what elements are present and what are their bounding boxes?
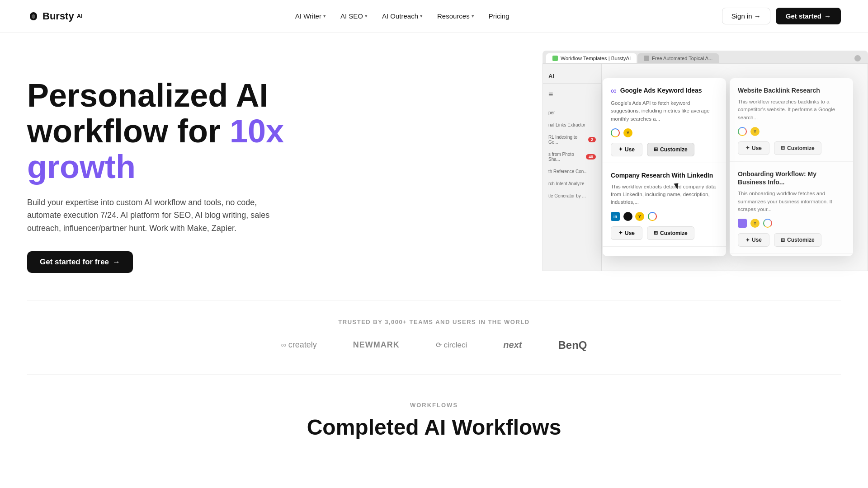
google-icon [763, 219, 772, 228]
customize-button[interactable]: ⊞ Customize [647, 143, 694, 156]
nav-ai-writer[interactable]: AI Writer ▾ [289, 9, 332, 23]
customize-icon: ⊞ [654, 230, 658, 236]
google-icon [648, 212, 657, 221]
card-actions: ✦ Use ⊞ Customize [611, 226, 718, 240]
trusted-logo-newmark: NEWMARK [353, 340, 400, 350]
nav-resources[interactable]: Resources ▾ [431, 9, 481, 23]
nav-links: AI Writer ▾ AI SEO ▾ AI Outreach ▾ Resou… [289, 9, 516, 23]
card-logo-cluster: in Y [611, 212, 718, 221]
trusted-logo-circleci: ⟳ circleci [436, 341, 467, 350]
chevron-down-icon: ▾ [420, 13, 423, 19]
workflows-section: WORKFLOWS Completed AI Workflows [0, 375, 868, 458]
trusted-label: TRUSTED BY 3,000+ TEAMS AND USERS IN THE… [0, 319, 868, 325]
hero-content: Personalized AI workflow for 10x growth … [27, 69, 289, 273]
logo-badge [738, 219, 747, 228]
cards-panel-right: Website Backlink Research This workflow … [730, 78, 853, 256]
logo-badge [623, 212, 632, 221]
card-actions: ✦ Use ⊞ Customize [738, 233, 845, 247]
chevron-down-icon: ▾ [365, 13, 368, 19]
hero-title: Personalized AI workflow for 10x growth [27, 78, 289, 185]
use-icon: ✦ [745, 145, 750, 151]
chevron-down-icon: ▾ [472, 13, 474, 19]
tab-favicon-2 [644, 56, 649, 61]
card-icon-infinity: ∞ [611, 86, 617, 96]
logo-ai: AI [77, 13, 83, 19]
use-icon: ✦ [745, 237, 750, 243]
hero-section: Personalized AI workflow for 10x growth … [0, 33, 868, 300]
cursor [674, 183, 685, 194]
customize-icon: ⊞ [781, 237, 785, 243]
google-icon [611, 128, 620, 137]
card-description: Google's Ads API to fetch keyword sugges… [611, 99, 718, 123]
use-button[interactable]: ✦ Use [738, 233, 769, 247]
card-description: This workflow researches backlinks to a … [738, 98, 845, 122]
trusted-logos: ∞ creately NEWMARK ⟳ circleci next BenQ [0, 339, 868, 352]
card-title: Onboarding Workflow: My Business Info... [738, 170, 845, 186]
tab-favicon [552, 56, 558, 61]
workflows-label: WORKFLOWS [0, 402, 868, 408]
arrow-icon: → [824, 12, 831, 20]
card-logo-cluster: Y [611, 128, 718, 137]
customize-button[interactable]: ⊞ Customize [647, 226, 694, 240]
arrow-icon: → [113, 258, 120, 267]
workflow-card-company-research: Company Research With LinkedIn This work… [603, 163, 726, 247]
browser-scroll-indicator [851, 53, 864, 63]
google-icon [738, 127, 747, 136]
logo[interactable]: BurstyAI [27, 10, 83, 23]
nav-ai-outreach[interactable]: AI Outreach ▾ [376, 9, 429, 23]
card-actions: ✦ Use ⊞ Customize [738, 141, 845, 155]
card-description: This onboarding workflow fetches and sum… [738, 190, 845, 213]
card-title: Google Ads Keyword Ideas [620, 86, 702, 94]
use-button[interactable]: ✦ Use [611, 143, 642, 156]
cards-panel-left: ∞ Google Ads Keyword Ideas Google's Ads … [603, 78, 726, 256]
card-title: Website Backlink Research [738, 86, 845, 94]
get-started-button[interactable]: Get started → [776, 8, 841, 24]
card-logo-cluster: Y [738, 219, 845, 228]
workflow-card-backlink: Website Backlink Research This workflow … [730, 78, 853, 162]
workflow-cards-overlay: ∞ Google Ads Keyword Ideas Google's Ads … [588, 64, 868, 271]
navbar-actions: Sign in → Get started → [722, 8, 841, 24]
logo-badge: Y [623, 128, 632, 137]
workflows-title: Completed AI Workflows [0, 415, 868, 440]
browser-tab-inactive[interactable]: Free Automated Topical A... [637, 53, 719, 63]
hero-app-preview: Workflow Templates | BurstyAI Free Autom… [542, 51, 868, 277]
workflow-card-google-ads: ∞ Google Ads Keyword Ideas Google's Ads … [603, 78, 726, 163]
logo-badge: Y [750, 127, 760, 136]
nav-pricing[interactable]: Pricing [482, 9, 516, 23]
customize-icon: ⊞ [654, 146, 658, 152]
cursor-arrow [674, 183, 679, 190]
use-button[interactable]: ✦ Use [738, 141, 769, 155]
navbar: BurstyAI AI Writer ▾ AI SEO ▾ AI Outreac… [0, 0, 868, 33]
nav-ai-seo[interactable]: AI SEO ▾ [334, 9, 374, 23]
workflow-card-onboarding: Onboarding Workflow: My Business Info...… [730, 162, 853, 253]
card-title: Company Research With LinkedIn [611, 171, 718, 179]
trusted-logo-next: next [503, 340, 522, 350]
logo-badge: Y [635, 212, 644, 221]
trusted-logo-creately: ∞ creately [281, 340, 317, 350]
use-icon: ✦ [618, 230, 623, 236]
browser-content: AI ≡ per nal Links Extractor RL Indexing… [542, 63, 868, 271]
use-button[interactable]: ✦ Use [611, 226, 642, 240]
card-logo-cluster: Y [738, 127, 845, 136]
browser-tab-bar: Workflow Templates | BurstyAI Free Autom… [542, 51, 868, 63]
customize-button[interactable]: ⊞ Customize [774, 233, 821, 247]
logo-badge: Y [750, 219, 760, 228]
signin-button[interactable]: Sign in → [722, 8, 770, 24]
hero-cta-button[interactable]: Get started for free → [27, 251, 133, 273]
card-description: This workflow extracts detailed company … [611, 183, 718, 206]
linkedin-icon: in [611, 212, 620, 221]
hero-description: Build your expertise into custom AI work… [27, 196, 289, 235]
trusted-logo-benq: BenQ [558, 339, 587, 352]
customize-button[interactable]: ⊞ Customize [774, 141, 821, 155]
trusted-section: TRUSTED BY 3,000+ TEAMS AND USERS IN THE… [0, 300, 868, 374]
chevron-down-icon: ▾ [323, 13, 326, 19]
card-actions: ✦ Use ⊞ Customize [611, 143, 718, 156]
logo-icon [27, 10, 40, 23]
customize-icon: ⊞ [781, 145, 785, 151]
browser-tab-active[interactable]: Workflow Templates | BurstyAI [546, 53, 637, 63]
use-icon: ✦ [618, 146, 623, 152]
logo-name: Bursty [42, 10, 74, 22]
